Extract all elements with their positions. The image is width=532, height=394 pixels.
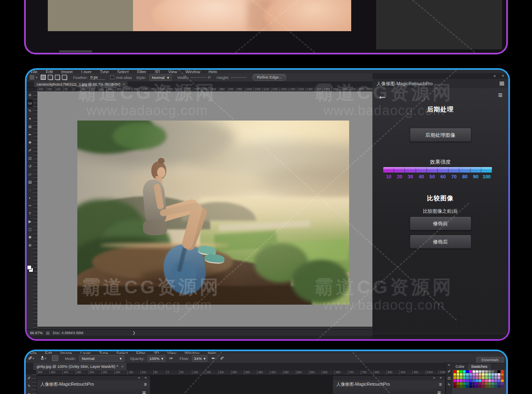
move-tool-icon[interactable]: ✛ xyxy=(27,91,33,99)
color-swatch[interactable] xyxy=(453,385,456,388)
menu-item[interactable]: File xyxy=(27,70,42,73)
panel-menu-square-icon[interactable] xyxy=(500,81,504,86)
healing-tool-icon[interactable]: ✚ xyxy=(27,139,33,147)
hamburger-icon[interactable]: ≡ xyxy=(437,389,441,394)
strength-value-70[interactable]: 70 xyxy=(448,174,459,179)
close-icon[interactable]: × xyxy=(440,376,442,380)
color-swatch[interactable] xyxy=(495,370,498,373)
color-swatch[interactable] xyxy=(495,379,498,382)
color-swatch[interactable] xyxy=(473,382,475,385)
collapse-icon[interactable]: « xyxy=(493,74,496,78)
color-swatch[interactable] xyxy=(460,385,463,388)
color-swatch[interactable] xyxy=(479,379,482,382)
color-swatch[interactable] xyxy=(460,376,463,379)
color-swatch[interactable] xyxy=(473,385,475,388)
swap-dimensions-icon[interactable]: ⇄ xyxy=(208,75,211,79)
color-swatch[interactable] xyxy=(469,379,472,382)
back-icon[interactable]: ← xyxy=(337,389,345,394)
tab-swatches[interactable]: Swatches xyxy=(468,364,491,369)
color-swatch[interactable] xyxy=(475,382,478,385)
hamburger-icon[interactable]: ≡ xyxy=(144,382,147,387)
selection-new-icon[interactable] xyxy=(41,75,46,80)
color-swatch[interactable] xyxy=(469,382,472,385)
dodge-tool-icon[interactable]: ◐ xyxy=(27,194,33,202)
color-swatch[interactable] xyxy=(482,373,485,376)
brush-tool-icon[interactable]: ✐ xyxy=(28,355,32,361)
color-swatch[interactable] xyxy=(491,385,494,388)
antialias-checkbox[interactable] xyxy=(110,75,114,79)
workspace-button[interactable]: Essentials xyxy=(476,357,504,363)
airbrush-pressure-icon[interactable]: ✒ xyxy=(211,356,215,361)
menu-item[interactable]: Help xyxy=(204,70,222,73)
color-swatch[interactable] xyxy=(498,379,500,382)
color-swatch[interactable] xyxy=(479,370,482,373)
color-swatch[interactable] xyxy=(475,385,478,388)
color-swatch[interactable] xyxy=(475,379,478,382)
color-swatch[interactable] xyxy=(473,373,475,376)
color-swatch[interactable] xyxy=(498,370,500,373)
feather-input[interactable]: 0 px xyxy=(89,75,105,80)
color-swatch[interactable] xyxy=(488,385,491,388)
color-swatch[interactable] xyxy=(457,373,460,376)
shape-tool-icon[interactable]: ◻ xyxy=(27,226,33,234)
selection-add-icon[interactable] xyxy=(48,75,53,80)
canvas-area[interactable] xyxy=(37,91,374,327)
mode-select[interactable]: Normal▾ xyxy=(79,355,124,362)
airbrush-icon[interactable]: ✑ xyxy=(169,356,173,361)
color-swatch[interactable] xyxy=(479,382,482,385)
menu-item[interactable]: Filter xyxy=(133,70,150,73)
strength-value-30[interactable]: 30 xyxy=(405,174,416,179)
color-swatch[interactable] xyxy=(485,385,488,388)
color-swatch[interactable] xyxy=(495,373,498,376)
hamburger-icon[interactable]: ≡ xyxy=(142,389,146,394)
color-swatch[interactable] xyxy=(479,376,482,379)
before-button[interactable]: 修饰前 xyxy=(410,217,471,230)
color-swatch[interactable] xyxy=(457,385,460,388)
collapse-icon[interactable]: « xyxy=(433,376,435,380)
clone-stamp-tool-icon[interactable]: ⊡ xyxy=(27,155,33,163)
color-swatch[interactable] xyxy=(488,376,491,379)
back-icon[interactable]: ← xyxy=(41,389,49,394)
post-process-button[interactable]: 后期处理图像 xyxy=(410,128,471,142)
color-swatch[interactable] xyxy=(501,370,504,373)
chevron-right-icon[interactable]: ❯ xyxy=(133,331,136,335)
close-icon[interactable]: × xyxy=(145,376,147,380)
color-swatch[interactable] xyxy=(482,379,485,382)
width-input[interactable] xyxy=(190,77,206,78)
strength-value-10[interactable]: 10 xyxy=(383,174,394,179)
zoom-level[interactable]: 66.67% xyxy=(30,331,43,335)
color-swatch[interactable] xyxy=(495,382,498,385)
color-swatch[interactable] xyxy=(488,370,491,373)
chevron-down-icon[interactable]: ▾ xyxy=(36,76,37,79)
color-swatch[interactable] xyxy=(485,382,488,385)
color-swatch[interactable] xyxy=(460,382,463,385)
color-swatch[interactable] xyxy=(460,379,463,382)
color-swatch[interactable] xyxy=(457,382,460,385)
menu-item[interactable]: Type xyxy=(96,70,113,73)
close-icon[interactable]: × xyxy=(502,74,504,78)
color-swatch[interactable] xyxy=(473,376,475,379)
color-swatch[interactable] xyxy=(482,370,485,373)
clone-source-icon[interactable]: ⊡ xyxy=(448,376,451,380)
brush-size-picker[interactable]: 40 xyxy=(41,356,44,360)
tool-panel-icon[interactable]: ✎ xyxy=(448,383,451,387)
blur-tool-icon[interactable]: ◌ xyxy=(27,186,33,194)
brush-tool-icon[interactable]: ✐ xyxy=(26,374,32,382)
pen-tool-icon[interactable]: ✑ xyxy=(27,202,33,210)
color-swatch[interactable] xyxy=(469,370,472,373)
color-swatch[interactable] xyxy=(453,370,456,373)
color-swatch[interactable] xyxy=(485,373,488,376)
eyedropper-tool-icon[interactable]: ✒ xyxy=(27,131,33,139)
color-swatch[interactable] xyxy=(501,376,504,379)
color-swatch[interactable] xyxy=(469,385,472,388)
menu-item[interactable]: Select xyxy=(113,70,133,73)
menu-item[interactable]: Window xyxy=(181,70,204,73)
gradient-tool-icon[interactable]: ▤ xyxy=(27,178,33,186)
color-swatch[interactable] xyxy=(453,376,456,379)
color-swatch[interactable] xyxy=(453,379,456,382)
selection-subtract-icon[interactable] xyxy=(55,75,60,80)
menu-item[interactable]: View xyxy=(164,70,182,73)
color-swatch[interactable] xyxy=(457,370,460,373)
flow-input[interactable]: 34%▾ xyxy=(192,355,208,362)
color-swatch[interactable] xyxy=(485,379,488,382)
